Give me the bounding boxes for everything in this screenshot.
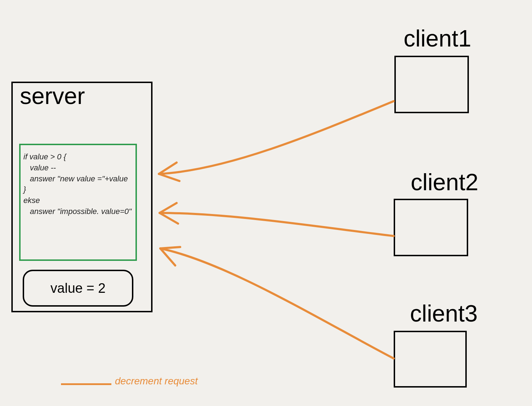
arrow-client3 — [160, 247, 394, 358]
arrow-client2 — [160, 203, 394, 236]
server-value-box: value = 2 — [23, 270, 133, 307]
legend-label: decrement request — [115, 375, 198, 387]
client2-label: client2 — [411, 169, 478, 196]
client2-box — [394, 199, 468, 256]
server-label: server — [20, 82, 85, 109]
client3-box — [394, 331, 467, 388]
client1-label: client1 — [404, 25, 471, 52]
arrow-client1 — [159, 101, 394, 181]
client1-box — [394, 56, 469, 113]
legend-line — [61, 383, 111, 385]
server-value-text: value = 2 — [50, 281, 105, 296]
server-code-text: if value > 0 { value -- answer "new valu… — [23, 152, 133, 217]
diagram-canvas: server if value > 0 { value -- answer "n… — [0, 0, 532, 406]
server-code-box: if value > 0 { value -- answer "new valu… — [19, 144, 137, 261]
client3-label: client3 — [410, 300, 478, 327]
